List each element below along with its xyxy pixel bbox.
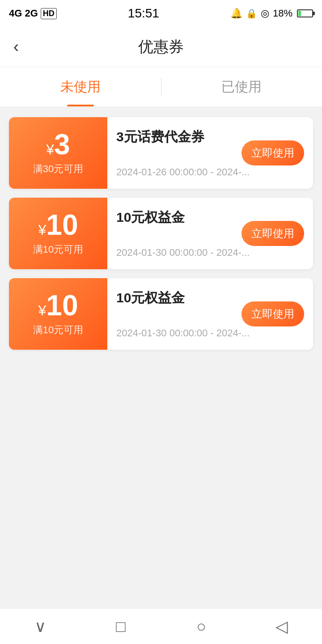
currency-prefix: ¥	[46, 141, 54, 157]
status-icons: 🔔 🔒 ◎ 18%	[230, 8, 313, 19]
coupon-list: ¥3 满30元可用 3元话费代金券 2024-01-26 00:00:00 - …	[0, 106, 322, 608]
currency-prefix: ¥	[38, 222, 47, 238]
tab-unused-label: 未使用	[60, 78, 101, 96]
status-bar: 4G 2G HD 15:51 🔔 🔒 ◎ 18%	[0, 0, 322, 27]
use-coupon-button[interactable]: 立即使用	[242, 301, 304, 326]
location-icon: ◎	[261, 8, 269, 19]
tab-unused[interactable]: 未使用	[0, 67, 161, 106]
header: ‹ 优惠券	[0, 27, 322, 67]
back-button[interactable]: ‹	[13, 38, 19, 56]
battery-percent: 18%	[273, 8, 292, 19]
coupon-amount: ¥10	[38, 211, 78, 239]
coupon-item: ¥3 满30元可用 3元话费代金券 2024-01-26 00:00:00 - …	[9, 117, 313, 189]
nav-home-button[interactable]: □	[103, 609, 139, 644]
coupon-date: 2024-01-30 00:00:00 - 2024-...	[116, 327, 304, 339]
coupon-item: ¥10 满10元可用 10元权益金 2024-01-30 00:00:00 - …	[9, 198, 313, 269]
page-title: 优惠券	[138, 37, 184, 57]
tab-bar: 未使用 已使用	[0, 67, 322, 106]
coupon-condition: 满10元可用	[33, 323, 83, 337]
coupon-date: 2024-01-30 00:00:00 - 2024-...	[116, 247, 304, 258]
coupon-left-panel: ¥3 满30元可用	[9, 117, 107, 189]
coupon-amount: ¥10	[38, 291, 78, 320]
nav-back-button[interactable]: ∨	[22, 609, 58, 644]
coupon-condition: 满10元可用	[33, 243, 83, 256]
hd-badge: HD	[41, 8, 57, 19]
nav-circle-button[interactable]: ○	[183, 609, 219, 644]
use-coupon-button[interactable]: 立即使用	[242, 221, 304, 246]
tab-used[interactable]: 已使用	[161, 67, 322, 106]
coupon-amount: ¥3	[46, 130, 70, 159]
coupon-item: ¥10 满10元可用 10元权益金 2024-01-30 00:00:00 - …	[9, 278, 313, 350]
coupon-left-panel: ¥10 满10元可用	[9, 198, 107, 269]
tab-used-label: 已使用	[221, 78, 262, 96]
signal-text: 4G 2G	[9, 8, 38, 19]
coupon-left-panel: ¥10 满10元可用	[9, 278, 107, 350]
coupon-right-panel: 3元话费代金券 2024-01-26 00:00:00 - 2024-... 立…	[107, 117, 313, 189]
lock-icon: 🔒	[246, 8, 257, 19]
signal-indicators: 4G 2G HD	[9, 8, 57, 19]
bottom-nav: ∨ □ ○ ◁	[0, 608, 322, 644]
coupon-condition: 满30元可用	[33, 162, 83, 176]
status-time: 15:51	[128, 6, 159, 21]
coupon-date: 2024-01-26 00:00:00 - 2024-...	[116, 166, 304, 178]
coupon-right-panel: 10元权益金 2024-01-30 00:00:00 - 2024-... 立即…	[107, 198, 313, 269]
currency-prefix: ¥	[38, 302, 47, 318]
coupon-right-panel: 10元权益金 2024-01-30 00:00:00 - 2024-... 立即…	[107, 278, 313, 350]
use-coupon-button[interactable]: 立即使用	[242, 140, 304, 165]
bell-icon: 🔔	[230, 8, 242, 19]
battery-icon	[297, 9, 313, 17]
nav-prev-button[interactable]: ◁	[264, 609, 300, 644]
